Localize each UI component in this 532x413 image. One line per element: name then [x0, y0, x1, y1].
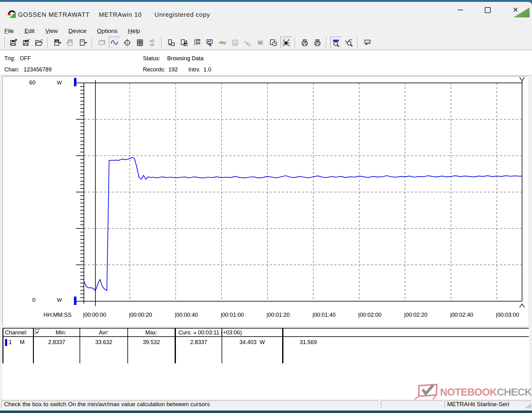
title-license: Unregistered copy	[154, 11, 210, 18]
sampling-settings-button[interactable]	[280, 37, 292, 48]
cell-max: 39.532	[128, 339, 175, 346]
read-from-device-button[interactable]: 321	[52, 37, 64, 48]
svg-text:1257: 1257	[99, 42, 103, 44]
title-app-name: METRAwin 10	[99, 11, 142, 18]
read-from-device-icon: 321	[53, 39, 62, 47]
status-message: Check the box to switch On the min/avr/m…	[1, 401, 379, 408]
zoom-time-button[interactable]	[330, 37, 342, 48]
desktop: GOSSEN METRAWATT METRAwin 10 Unregistere…	[0, 0, 532, 413]
table-view-button[interactable]	[134, 37, 146, 48]
export-data-icon	[167, 39, 176, 47]
save-file-icon	[9, 39, 18, 47]
export-data-button[interactable]	[166, 37, 177, 48]
send-to-device-button[interactable]: M	[77, 37, 89, 48]
table-header-max: Max:	[128, 329, 175, 336]
numeric-display-icon: 321	[231, 39, 239, 47]
save-file-button[interactable]	[8, 37, 20, 48]
maximize-button[interactable]	[479, 4, 497, 16]
interval-value: 1.0	[204, 66, 211, 73]
table-header-avr: Avr:	[80, 329, 127, 336]
chart-view-icon	[110, 39, 119, 47]
envelope-curve-button	[255, 37, 267, 48]
menu-bar: FileEditViewDeviceOptionsHelp	[0, 26, 532, 36]
table-view-icon	[136, 39, 144, 47]
minimize-icon	[458, 10, 463, 10]
table-header-channel: Channel:	[5, 329, 27, 336]
svg-text:M: M	[81, 40, 83, 43]
title-brand: GOSSEN METRAWATT	[18, 11, 90, 18]
print-preview-icon	[300, 39, 309, 47]
measurement-table: Channel: ✔ Min: Avr: Max: Curs: » 00:03:…	[2, 328, 530, 401]
menu-item-view[interactable]: View	[45, 28, 58, 34]
table-divider	[282, 328, 283, 363]
info-panel: Trig: OFF Chan: 123456789 Status: Browsi…	[0, 50, 532, 75]
open-file-button[interactable]	[33, 37, 45, 48]
status-segment-empty	[381, 401, 443, 408]
cell-min: 2.8337	[34, 339, 80, 346]
toolbar-separator	[357, 37, 359, 48]
svg-text:=f(x): =f(x)	[219, 41, 226, 44]
cursor-crosshair-icon	[123, 39, 131, 47]
open-file-icon	[35, 39, 43, 47]
taskbar-edge	[0, 411, 532, 413]
toolbar-separator	[161, 37, 163, 48]
toolbar-separator	[48, 37, 49, 48]
formula-editor-button[interactable]: =f(x)	[217, 37, 228, 48]
formula-editor-icon: =f(x)	[218, 39, 227, 47]
print-preview-button[interactable]	[299, 37, 311, 48]
menu-item-edit[interactable]: Edit	[25, 28, 35, 34]
gossen-metrawatt-logo-icon	[7, 10, 16, 19]
monitor-view-button[interactable]	[204, 37, 216, 48]
svg-text:321: 321	[69, 40, 72, 42]
toolbar: 321321M1257=f(x)3211,23	[0, 35, 532, 50]
cell-cursor2-value: 34.403 W	[222, 339, 282, 346]
cell-cursor-average: 31.569	[283, 339, 333, 346]
dual-curve-icon	[244, 39, 252, 47]
maximize-icon	[485, 7, 491, 13]
channel-settings-button[interactable]	[191, 37, 203, 48]
interval-label: Intrv.	[188, 66, 200, 73]
chan-value: 123456789	[24, 66, 52, 73]
chart-view-button[interactable]	[109, 37, 121, 48]
cell-channel-number: 1	[9, 339, 12, 346]
minimize-button[interactable]	[451, 4, 469, 16]
store-configuration-button[interactable]	[178, 37, 190, 48]
minmax-checkbox[interactable]: ✔	[35, 329, 40, 335]
trig-value: OFF	[20, 55, 31, 62]
table-divider	[33, 328, 34, 363]
menu-item-options[interactable]: Options	[97, 28, 117, 34]
cell-cursor1-value: 2.8337	[176, 339, 222, 346]
numeric-display-button: 321	[229, 37, 241, 48]
time-settings-button[interactable]	[268, 37, 279, 48]
statistics-view-button	[147, 37, 159, 48]
toolbar-grip[interactable]	[3, 37, 5, 48]
status-label: Status:	[143, 55, 160, 62]
table-border	[2, 328, 529, 329]
toolbar-separator	[295, 37, 296, 48]
table-header-underline	[2, 336, 529, 337]
value-tooltip-button[interactable]: 1,23	[362, 37, 374, 48]
save-as-button[interactable]	[21, 37, 32, 48]
multimeter-display-icon: 1257	[98, 39, 106, 47]
menu-item-help[interactable]: Help	[128, 28, 140, 34]
cursor-crosshair-button[interactable]	[122, 37, 133, 48]
close-icon: ✕	[513, 7, 518, 13]
value-tooltip-icon: 1,23	[363, 39, 372, 47]
status-device-name: METRAHit Starline-Seri	[444, 401, 531, 408]
monitor-view-icon	[205, 39, 214, 47]
zoom-curve-icon	[345, 39, 353, 47]
menu-item-file[interactable]: File	[4, 28, 14, 34]
chart-panel[interactable]	[2, 76, 528, 326]
toolbar-separator	[326, 37, 328, 48]
svg-text:321: 321	[233, 41, 236, 43]
trig-label: Trig:	[4, 55, 15, 62]
save-as-icon	[22, 39, 30, 47]
svg-text:321: 321	[56, 40, 58, 42]
print-button[interactable]	[312, 37, 323, 48]
status-bar: Check the box to switch On the min/avr/m…	[0, 399, 532, 409]
read-device-memory-icon: 321	[66, 39, 75, 47]
toolbar-separator	[92, 37, 93, 48]
menu-item-device[interactable]: Device	[68, 28, 86, 34]
table-divider	[175, 328, 176, 363]
zoom-curve-button[interactable]	[343, 37, 355, 48]
